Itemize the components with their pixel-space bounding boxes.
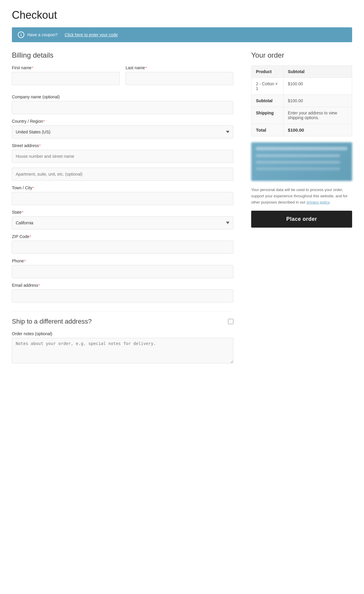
ship-different-checkbox[interactable] bbox=[228, 319, 233, 324]
payment-widget bbox=[251, 142, 352, 181]
last-name-group: Last name* bbox=[126, 65, 233, 85]
street-label: Street address* bbox=[12, 143, 233, 148]
order-section: Your order Product Subtotal 2 - Cotton ×… bbox=[251, 51, 352, 228]
shipping-row: Shipping Enter your address to view ship… bbox=[251, 107, 352, 124]
state-group: State* California bbox=[12, 210, 233, 229]
company-input[interactable] bbox=[12, 101, 233, 114]
total-row: Total $100.00 bbox=[251, 124, 352, 136]
street-group: Street address* bbox=[12, 143, 233, 163]
last-name-input[interactable] bbox=[126, 72, 233, 85]
email-label: Email address* bbox=[12, 283, 233, 288]
country-label: Country / Region* bbox=[12, 119, 233, 124]
name-row: First name* Last name* bbox=[12, 65, 233, 90]
phone-label: Phone* bbox=[12, 259, 233, 263]
city-label: Town / City* bbox=[12, 185, 233, 190]
subtotal-label: Subtotal bbox=[251, 95, 284, 107]
email-group: Email address* bbox=[12, 283, 233, 302]
page-title: Checkout bbox=[12, 9, 352, 21]
last-name-label: Last name* bbox=[126, 65, 233, 70]
required-star: * bbox=[39, 283, 40, 288]
phone-input[interactable] bbox=[12, 265, 233, 278]
col-product: Product bbox=[251, 66, 284, 78]
email-input[interactable] bbox=[12, 289, 233, 302]
order-notes-textarea[interactable] bbox=[12, 338, 233, 363]
company-group: Company name (optional) bbox=[12, 94, 233, 114]
ship-different-title: Ship to a different address? bbox=[12, 318, 92, 325]
required-star: * bbox=[30, 235, 31, 239]
info-icon: i bbox=[18, 31, 24, 38]
city-input[interactable] bbox=[12, 192, 233, 205]
zip-input[interactable] bbox=[12, 241, 233, 254]
shipping-value: Enter your address to view shipping opti… bbox=[283, 107, 352, 124]
subtotal-value: $100.00 bbox=[283, 95, 352, 107]
order-title: Your order bbox=[251, 51, 352, 59]
phone-group: Phone* bbox=[12, 259, 233, 278]
order-item-row: 2 - Cotton × 1 $100.00 bbox=[251, 78, 352, 95]
total-value: $100.00 bbox=[283, 124, 352, 136]
required-star: * bbox=[43, 119, 45, 124]
billing-section: Billing details First name* Last name* C… bbox=[12, 51, 233, 368]
col-subtotal: Subtotal bbox=[283, 66, 352, 78]
city-group: Town / City* bbox=[12, 185, 233, 205]
country-select[interactable]: United States (US) bbox=[12, 125, 233, 138]
ship-different-row: Ship to a different address? bbox=[12, 311, 233, 325]
item-name: 2 - Cotton × 1 bbox=[251, 78, 284, 95]
subtotal-row: Subtotal $100.00 bbox=[251, 95, 352, 107]
order-notes-label: Order notes (optional) bbox=[12, 331, 233, 336]
first-name-input[interactable] bbox=[12, 72, 120, 85]
state-label: State* bbox=[12, 210, 233, 215]
apt-input[interactable] bbox=[12, 168, 233, 181]
item-price: $100.00 bbox=[283, 78, 352, 95]
checkout-layout: Billing details First name* Last name* C… bbox=[12, 51, 352, 368]
place-order-button[interactable]: Place order bbox=[251, 211, 352, 228]
country-group: Country / Region* United States (US) bbox=[12, 119, 233, 138]
first-name-label: First name* bbox=[12, 65, 120, 70]
zip-label: ZIP Code* bbox=[12, 234, 233, 239]
privacy-note: Your personal data will be used to proce… bbox=[251, 187, 352, 205]
total-label: Total bbox=[251, 124, 284, 136]
coupon-link[interactable]: Click here to enter your code bbox=[65, 32, 118, 37]
shipping-label: Shipping bbox=[251, 107, 284, 124]
required-star: * bbox=[32, 66, 33, 70]
required-star: * bbox=[145, 66, 147, 70]
state-select[interactable]: California bbox=[12, 216, 233, 229]
billing-title: Billing details bbox=[12, 51, 233, 59]
required-star: * bbox=[22, 210, 23, 215]
required-star: * bbox=[24, 259, 26, 263]
required-star: * bbox=[32, 186, 34, 190]
order-notes-group: Order notes (optional) bbox=[12, 331, 233, 363]
first-name-group: First name* bbox=[12, 65, 120, 85]
privacy-policy-link[interactable]: privacy policy bbox=[306, 200, 329, 204]
street-input[interactable] bbox=[12, 150, 233, 163]
apt-group bbox=[12, 168, 233, 181]
coupon-banner: i Have a coupon? Click here to enter you… bbox=[12, 27, 352, 42]
order-table: Product Subtotal 2 - Cotton × 1 $100.00 … bbox=[251, 65, 352, 136]
coupon-text: Have a coupon? bbox=[27, 32, 58, 37]
required-star: * bbox=[39, 144, 41, 148]
company-label: Company name (optional) bbox=[12, 94, 233, 99]
zip-group: ZIP Code* bbox=[12, 234, 233, 254]
